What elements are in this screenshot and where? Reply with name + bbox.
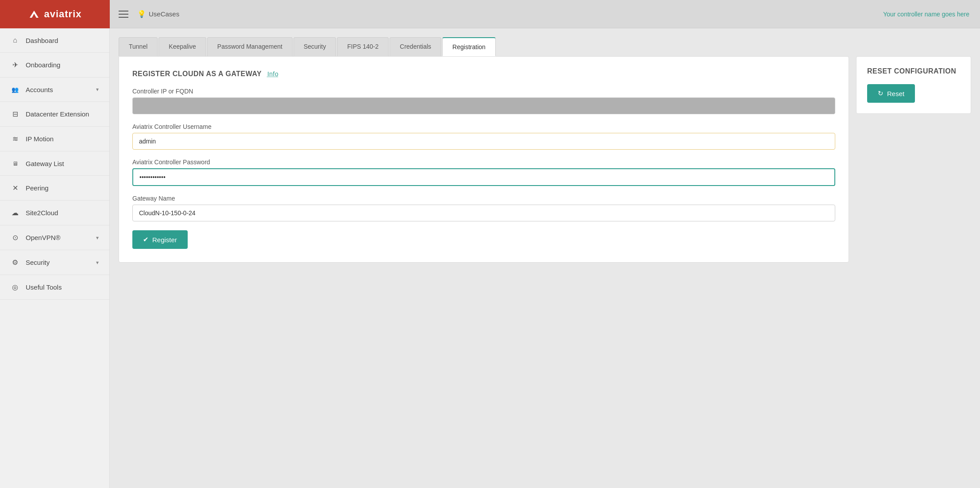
sidebar-item-openvpn[interactable]: OpenVPN® [0, 225, 109, 250]
reset-panel: RESET CONFIGURATION ↻ Reset [856, 56, 971, 114]
hamburger-menu[interactable] [119, 11, 128, 18]
reset-title: RESET CONFIGURATION [867, 67, 960, 75]
home-icon [11, 36, 19, 44]
tab-tunnel[interactable]: Tunnel [119, 37, 158, 56]
use-cases-link[interactable]: 💡 UseCases [137, 10, 179, 18]
layout: Dashboard Onboarding Accounts Datacenter… [0, 28, 980, 488]
sidebar-label-useful-tools: Useful Tools [26, 283, 62, 291]
username-group: Aviatrix Controller Username [132, 123, 835, 150]
sidebar-item-ip-motion[interactable]: IP Motion [0, 127, 109, 151]
motion-icon [11, 135, 19, 143]
controller-ip-input[interactable] [132, 97, 835, 114]
sidebar-label-site2cloud: Site2Cloud [26, 209, 58, 217]
sidebar-item-site2cloud[interactable]: Site2Cloud [0, 201, 109, 225]
reset-button[interactable]: ↻ Reset [867, 84, 915, 103]
info-link[interactable]: Info [267, 70, 278, 77]
security-icon [11, 258, 19, 267]
username-label: Aviatrix Controller Username [132, 123, 835, 130]
sidebar-item-dashboard[interactable]: Dashboard [0, 28, 109, 53]
register-panel: REGISTER CLOUDN AS A GATEWAY Info Contro… [119, 56, 849, 263]
bulb-icon: 💡 [137, 10, 146, 18]
register-button[interactable]: ✔ Register [132, 230, 188, 249]
sidebar-item-security[interactable]: Security [0, 250, 109, 275]
controller-ip-group: Controller IP or FQDN [132, 88, 835, 114]
sidebar-label-peering: Peering [26, 184, 49, 192]
refresh-icon: ↻ [878, 89, 884, 97]
password-input[interactable] [132, 168, 835, 186]
tab-keepalive[interactable]: Keepalive [158, 37, 206, 56]
checkmark-icon: ✔ [143, 236, 149, 244]
tab-security[interactable]: Security [293, 37, 336, 56]
sidebar-item-accounts[interactable]: Accounts [0, 77, 109, 102]
sidebar-label-ip-motion: IP Motion [26, 135, 54, 143]
gateway-icon [11, 159, 19, 167]
main-content: Tunnel Keepalive Password Management Sec… [110, 28, 980, 488]
sidebar-item-peering[interactable]: Peering [0, 176, 109, 201]
sidebar: Dashboard Onboarding Accounts Datacenter… [0, 28, 110, 488]
sidebar-item-onboarding[interactable]: Onboarding [0, 53, 109, 77]
cloud-icon [11, 209, 19, 217]
sidebar-label-gateway-list: Gateway List [26, 160, 64, 167]
gateway-name-input[interactable] [132, 205, 835, 221]
gateway-name-label: Gateway Name [132, 195, 835, 202]
sidebar-label-dashboard: Dashboard [26, 37, 58, 44]
sidebar-label-accounts: Accounts [26, 86, 53, 93]
gateway-name-group: Gateway Name [132, 195, 835, 221]
tools-icon [11, 283, 19, 291]
tab-fips[interactable]: FIPS 140-2 [337, 37, 389, 56]
sidebar-label-security: Security [26, 259, 50, 266]
use-cases-label: UseCases [149, 10, 179, 18]
logo-icon [28, 8, 40, 20]
svg-marker-0 [30, 11, 39, 18]
register-title: REGISTER CLOUDN AS A GATEWAY Info [132, 70, 835, 78]
content-row: REGISTER CLOUDN AS A GATEWAY Info Contro… [119, 56, 971, 263]
controller-name: Your controller name goes here [883, 11, 980, 18]
header-left: 💡 UseCases [110, 10, 188, 18]
sidebar-item-gateway-list[interactable]: Gateway List [0, 151, 109, 176]
plane-icon [11, 61, 19, 69]
controller-ip-label: Controller IP or FQDN [132, 88, 835, 95]
password-group: Aviatrix Controller Password [132, 159, 835, 186]
accounts-icon [11, 85, 19, 93]
tab-credentials[interactable]: Credentials [390, 37, 441, 56]
sidebar-item-datacenter[interactable]: Datacenter Extension [0, 102, 109, 127]
sidebar-label-onboarding: Onboarding [26, 61, 60, 69]
datacenter-icon [11, 110, 19, 118]
sidebar-label-openvpn: OpenVPN® [26, 234, 61, 241]
peering-icon [11, 184, 19, 192]
tab-registration[interactable]: Registration [442, 37, 496, 56]
sidebar-item-useful-tools[interactable]: Useful Tools [0, 275, 109, 300]
logo-area: aviatrix [0, 0, 110, 28]
password-label: Aviatrix Controller Password [132, 159, 835, 166]
header: aviatrix 💡 UseCases Your controller name… [0, 0, 980, 28]
logo: aviatrix [28, 8, 81, 20]
sidebar-label-datacenter: Datacenter Extension [26, 110, 89, 118]
vpn-icon [11, 233, 19, 242]
tabs: Tunnel Keepalive Password Management Sec… [119, 37, 971, 56]
username-input[interactable] [132, 133, 835, 150]
logo-label: aviatrix [44, 8, 81, 20]
tab-password-management[interactable]: Password Management [207, 37, 293, 56]
